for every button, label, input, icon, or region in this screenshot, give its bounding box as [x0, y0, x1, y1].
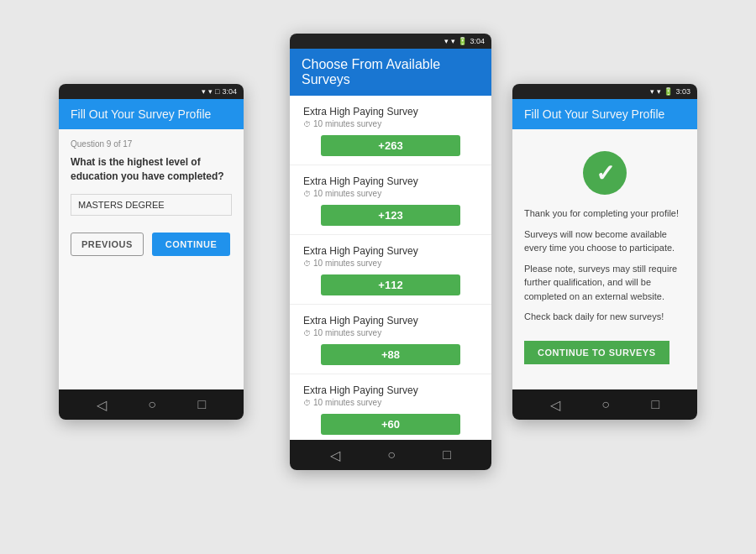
survey-item-5: Extra High Paying Survey 10 minutes surv…: [290, 374, 491, 440]
back-icon[interactable]: ◁: [97, 397, 107, 413]
earn-button-2[interactable]: +123: [321, 205, 460, 226]
earn-button-4[interactable]: +88: [321, 344, 460, 365]
phone-left: ▾ ▾ □ 3:04 Fill Out Your Survey Profile …: [59, 84, 244, 420]
home-icon[interactable]: ○: [148, 397, 156, 412]
center-content: Extra High Paying Survey 10 minutes surv…: [290, 96, 491, 440]
completion-line4: Check back daily for new surveys!: [524, 310, 664, 324]
recents-icon[interactable]: □: [198, 397, 207, 412]
phones-container: ▾ ▾ □ 3:04 Fill Out Your Survey Profile …: [17, 17, 739, 537]
question-progress: Question 9 of 17: [71, 139, 232, 149]
completion-content: ✓ Thank you for completing your profile!…: [512, 129, 697, 378]
survey-item-2: Extra High Paying Survey 10 minutes surv…: [290, 165, 491, 235]
left-app-header: Fill Out Your Survey Profile: [59, 99, 244, 129]
left-content: Question 9 of 17 What is the highest lev…: [59, 129, 244, 389]
answer-box: MASTERS DEGREE: [71, 194, 232, 216]
right-status-icons: ▾ ▾ 🔋 3:03: [650, 87, 690, 96]
left-form: Question 9 of 17 What is the highest lev…: [59, 129, 244, 266]
phone-right: ▾ ▾ 🔋 3:03 Fill Out Your Survey Profile …: [512, 84, 697, 420]
right-recents-icon[interactable]: □: [652, 397, 660, 412]
center-recents-icon[interactable]: □: [443, 447, 451, 463]
left-bottom-nav: ◁ ○ □: [59, 389, 244, 420]
previous-button[interactable]: PREVIOUS: [71, 233, 144, 256]
center-bottom-nav: ◁ ○ □: [290, 440, 491, 470]
checkmark-circle: ✓: [524, 151, 685, 195]
survey-list: Extra High Paying Survey 10 minutes surv…: [290, 96, 491, 440]
earn-button-1[interactable]: +263: [321, 135, 460, 156]
left-status-icons: ▾ ▾ □ 3:04: [202, 87, 237, 96]
form-buttons: PREVIOUS CONTINUE: [71, 233, 232, 256]
right-status-bar: ▾ ▾ 🔋 3:03: [512, 84, 697, 99]
right-home-icon[interactable]: ○: [601, 397, 610, 412]
continue-button[interactable]: CONTINUE: [152, 233, 230, 256]
right-bottom-nav: ◁ ○ □: [512, 389, 697, 420]
question-text: What is the highest level of education y…: [71, 155, 232, 184]
left-status-bar: ▾ ▾ □ 3:04: [59, 84, 244, 99]
center-back-icon[interactable]: ◁: [330, 447, 340, 463]
survey-item-3: Extra High Paying Survey 10 minutes surv…: [290, 235, 491, 305]
earn-button-5[interactable]: +60: [321, 414, 460, 435]
completion-line2: Surveys will now become available every …: [524, 227, 685, 255]
completion-line1: Thank you for completing your profile!: [524, 206, 679, 221]
center-home-icon[interactable]: ○: [387, 447, 396, 463]
right-back-icon[interactable]: ◁: [550, 397, 560, 413]
phone-center: ▾ ▾ 🔋 3:04 Choose From Available Surveys…: [290, 34, 491, 470]
continue-to-surveys-button[interactable]: CONTINUE TO SURVEYS: [524, 341, 669, 364]
survey-item-1: Extra High Paying Survey 10 minutes surv…: [290, 96, 491, 165]
survey-item-4: Extra High Paying Survey 10 minutes surv…: [290, 305, 491, 374]
earn-button-3[interactable]: +112: [321, 274, 460, 295]
right-content: ✓ Thank you for completing your profile!…: [512, 129, 697, 389]
right-app-header: Fill Out Your Survey Profile: [512, 99, 697, 129]
center-app-header: Choose From Available Surveys: [290, 49, 491, 96]
center-status-bar: ▾ ▾ 🔋 3:04: [290, 34, 491, 49]
completion-line3: Please note, surveys may still require f…: [524, 262, 685, 304]
center-status-icons: ▾ ▾ 🔋 3:04: [444, 37, 485, 45]
